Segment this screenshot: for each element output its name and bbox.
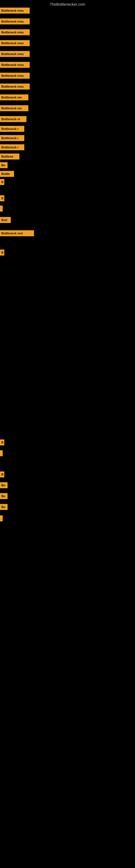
bottleneck-item-21[interactable]: Bott	[0, 217, 11, 223]
bottleneck-item-24[interactable]: B	[0, 439, 4, 445]
bottleneck-item-6[interactable]: Bottleneck resu	[0, 62, 30, 68]
bottleneck-item-17[interactable]: Bottle	[0, 171, 14, 177]
bottleneck-item-2[interactable]: Bottleneck resu	[0, 19, 30, 24]
bottleneck-item-27[interactable]: Bo	[0, 482, 8, 488]
bottleneck-item-22[interactable]: Bottleneck rest	[0, 230, 34, 236]
bottleneck-item-7[interactable]: Bottleneck resu	[0, 73, 30, 79]
bottleneck-item-25[interactable]	[0, 450, 3, 456]
bottleneck-item-10[interactable]: Bottleneck res	[0, 105, 28, 111]
bottleneck-item-9[interactable]: Bottleneck res	[0, 94, 28, 100]
bottleneck-item-20[interactable]	[0, 206, 3, 212]
bottleneck-item-19[interactable]: B	[0, 195, 4, 201]
bottleneck-item-13[interactable]: Bottleneck r	[0, 135, 24, 141]
bottleneck-item-8[interactable]: Bottleneck resu	[0, 84, 30, 90]
bottleneck-item-18[interactable]: B	[0, 179, 4, 185]
bottleneck-item-16[interactable]: Bo	[0, 162, 8, 168]
bottleneck-item-30[interactable]	[0, 516, 3, 521]
bottleneck-item-26[interactable]: B	[0, 471, 4, 477]
bottleneck-item-28[interactable]: Bo	[0, 493, 8, 499]
bottleneck-item-12[interactable]: Bottleneck r	[0, 126, 24, 132]
bottleneck-item-1[interactable]: Bottleneck resu	[0, 8, 30, 13]
bottleneck-item-23[interactable]: B	[0, 250, 4, 255]
bottleneck-item-29[interactable]: Bo	[0, 504, 8, 510]
bottleneck-item-14[interactable]: Bottleneck r	[0, 144, 24, 150]
bottleneck-item-11[interactable]: Bottleneck re	[0, 116, 27, 122]
bottleneck-item-15[interactable]: Bottlene	[0, 154, 19, 159]
bottleneck-item-5[interactable]: Bottleneck resu	[0, 51, 30, 57]
bottleneck-item-3[interactable]: Bottleneck resu	[0, 29, 30, 35]
bottleneck-item-4[interactable]: Bottleneck resu	[0, 40, 30, 46]
